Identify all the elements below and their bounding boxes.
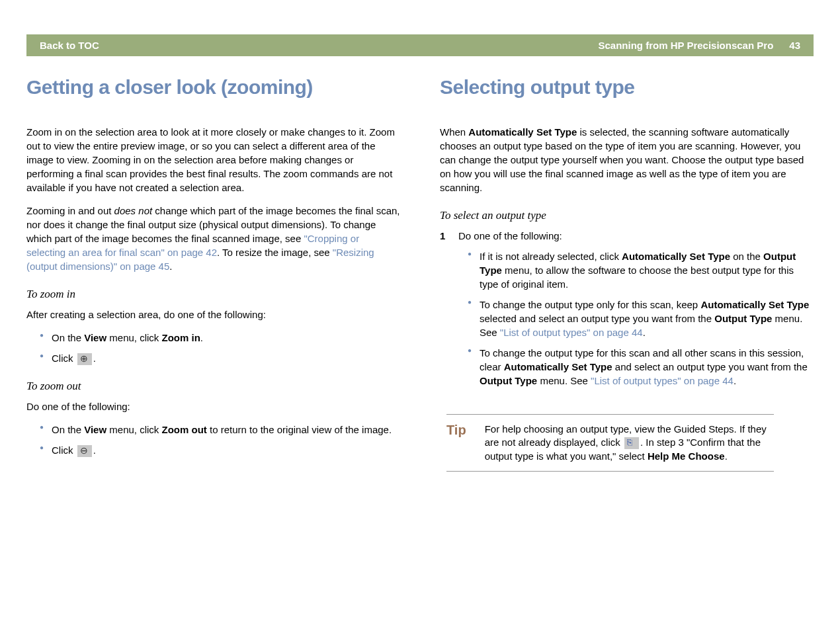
text: on the [730,251,763,262]
list-item: To change the output type for this scan … [468,346,814,388]
text-bold: Automatically Set Type [622,251,730,262]
right-heading: Selecting output type [440,76,814,99]
zoom-out-icon [77,445,92,457]
text: On the [52,424,84,435]
text: . [643,327,646,338]
list-item: Click . [40,351,400,365]
zoom-out-heading: To zoom out [26,380,400,393]
text: menu, click [106,332,161,343]
text: Do one of the following: [458,230,562,241]
text: . [725,450,728,462]
zoom-detail-paragraph: Zooming in and out does not change which… [26,204,400,273]
text: . To resize the image, see [217,247,333,258]
text-bold: Zoom in [161,332,200,343]
text: to return to the original view of the im… [207,424,392,435]
zoom-out-intro: Do one of the following: [26,400,400,413]
content-area: Getting a closer look (zooming) Zoom in … [0,56,840,491]
text: menu, click [106,424,161,435]
text: menu. See [537,375,591,386]
section-title: Scanning from HP Precisionscan Pro [599,40,774,51]
text: . [734,375,736,386]
left-heading: Getting a closer look (zooming) [26,76,400,99]
page-number: 43 [789,40,800,51]
zoom-in-heading: To zoom in [26,288,400,301]
header-right: Scanning from HP Precisionscan Pro 43 [599,40,801,51]
zoom-in-list: On the View menu, click Zoom in. Click . [26,331,400,365]
select-output-steps: 1 Do one of the following: If it is not … [440,229,814,388]
select-output-heading: To select an output type [440,209,814,222]
guided-steps-icon [624,437,639,449]
zoom-in-intro: After creating a selection area, do one … [26,308,400,321]
text: On the [52,332,84,343]
text: . [93,444,96,456]
tip-box: Tip For help choosing an output type, vi… [446,414,774,472]
zoom-in-icon [77,353,92,365]
text-bold: View [84,332,106,343]
zoom-out-list: On the View menu, click Zoom out to retu… [26,423,400,457]
list-item: On the View menu, click Zoom in. [40,331,400,345]
step-item: 1 Do one of the following: If it is not … [440,229,814,388]
step-number: 1 [440,229,445,243]
text: If it is not already selected, click [480,251,622,262]
tip-label: Tip [446,423,466,463]
tip-row: Tip For help choosing an output type, vi… [446,423,774,463]
text-bold: Output Type [714,313,772,324]
zoom-intro-paragraph: Zoom in on the selection area to look at… [26,125,400,194]
text: menu, to allow the software to choose th… [480,265,794,290]
list-item: On the View menu, click Zoom out to retu… [40,423,400,437]
text: When [440,126,468,138]
left-column: Getting a closer look (zooming) Zoom in … [26,76,400,472]
text-bold: Automatically Set Type [504,361,612,372]
emphasis-doesnot: does not [114,205,153,216]
list-item: Click . [40,443,400,457]
header-bar: Back to TOC Scanning from HP Precisionsc… [26,34,814,56]
text: . [93,353,96,364]
output-type-paragraph: When Automatically Set Type is selected,… [440,125,814,194]
text-bold: Zoom out [161,424,206,435]
back-to-toc-link[interactable]: Back to TOC [40,40,99,51]
list-item: To change the output type only for this … [468,298,814,339]
text: To change the output type only for this … [480,299,700,310]
output-types-link[interactable]: "List of output types" on page 44 [591,375,734,386]
text: . [169,261,172,272]
text-bold: Help Me Choose [648,450,725,462]
text-bold: Output Type [480,375,537,386]
text: and select an output type you want from … [612,361,808,372]
text: Click [52,353,76,364]
text: . [200,332,203,343]
tip-text: For help choosing an output type, view t… [485,423,774,463]
right-column: Selecting output type When Automatically… [440,76,814,472]
output-types-link[interactable]: "List of output types" on page 44 [500,327,643,338]
list-item: If it is not already selected, click Aut… [468,249,814,291]
text: selected and select an output type you w… [480,313,714,324]
text-bold: Automatically Set Type [468,126,577,138]
text-bold: View [84,424,106,435]
text: Click [52,444,76,456]
sub-bullet-list: If it is not already selected, click Aut… [458,249,814,388]
text: Zooming in and out [26,205,114,216]
text-bold: Automatically Set Type [700,299,809,310]
